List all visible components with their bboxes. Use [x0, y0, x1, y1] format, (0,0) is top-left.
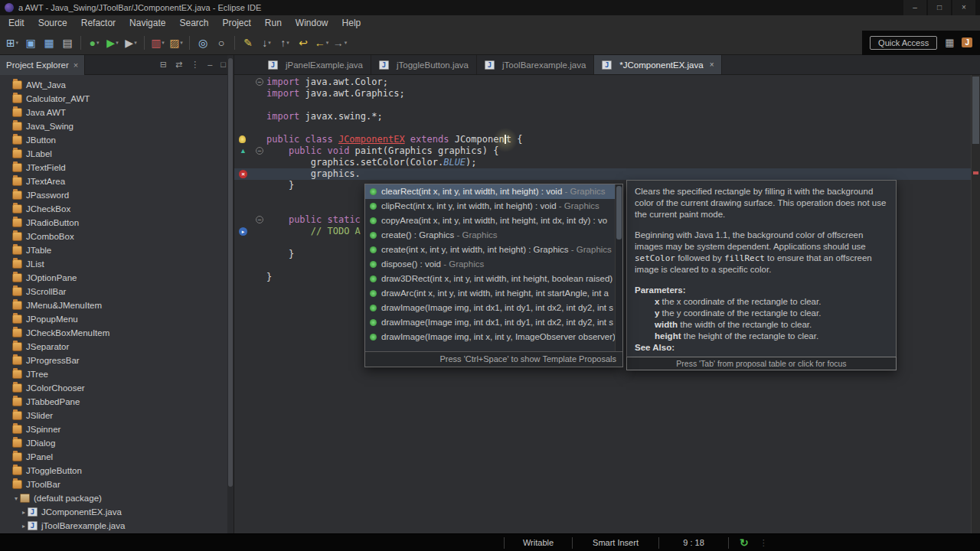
tree-item-jtree[interactable]: JTree	[0, 367, 234, 381]
scrollbar-thumb[interactable]	[228, 58, 233, 487]
tree-item-jdialog[interactable]: JDialog	[0, 436, 234, 450]
minimize-button[interactable]: –	[903, 0, 926, 15]
view-menu-icon[interactable]: ⋮	[191, 60, 199, 70]
tree-item-jspinner[interactable]: JSpinner	[0, 422, 234, 436]
tree-item-jcolorchooser[interactable]: JColorChooser	[0, 381, 234, 395]
tree-item-java-swing[interactable]: Java_Swing	[0, 119, 234, 133]
forward-icon[interactable]: →▾	[332, 34, 348, 52]
java-perspective-icon[interactable]: J	[962, 37, 972, 47]
back-icon[interactable]: ←▾	[313, 34, 330, 52]
mark-occurrences-icon[interactable]: ✎	[240, 34, 256, 52]
javadoc-footer[interactable]: Press 'Tab' from proposal table or click…	[626, 357, 897, 370]
tree-item-jradiobutton[interactable]: JRadioButton	[0, 216, 234, 230]
autocomplete-item[interactable]: dispose() : void - Graphics	[365, 257, 615, 272]
tree-item-jtogglebutton[interactable]: JToggleButton	[0, 464, 234, 478]
tree-item-jlist[interactable]: JList	[0, 257, 234, 271]
autocomplete-item[interactable]: drawImage(Image img, int dx1, int dy1, i…	[365, 301, 615, 315]
statusbar-overflow-icon[interactable]: ⋮	[760, 538, 768, 548]
tree-item-jmenu-jmenuitem[interactable]: JMenu&JMenuItem	[0, 298, 234, 312]
menu-item-search[interactable]: Search	[172, 15, 215, 31]
close-button[interactable]: ×	[952, 0, 975, 15]
quick-access-button[interactable]: Quick Access	[870, 36, 937, 50]
code-editor[interactable]: −import java.awt.Color;import java.awt.G…	[234, 75, 980, 533]
menu-item-help[interactable]: Help	[335, 15, 368, 31]
tree-item-jpanel[interactable]: JPanel	[0, 450, 234, 464]
chevron-icon[interactable]: ▸	[20, 523, 28, 530]
tree-item-jtextarea[interactable]: JTextArea	[0, 174, 234, 188]
tree-item-jprogressbar[interactable]: JProgressBar	[0, 354, 234, 367]
external-tools-icon[interactable]: ▶▾	[122, 34, 139, 52]
chevron-icon[interactable]: ▸	[20, 509, 28, 516]
menu-item-source[interactable]: Source	[31, 15, 74, 31]
collapse-all-icon[interactable]: ⊟	[160, 60, 167, 70]
tab-jpanelexample-java[interactable]: JjPanelExample.java	[260, 55, 371, 74]
code-line[interactable]: ▲− public void paint(Graphics graphics) …	[234, 145, 971, 157]
tree-item-jtoolbar[interactable]: JToolBar	[0, 478, 234, 491]
fold-minus-icon[interactable]: −	[256, 78, 263, 86]
code-line[interactable]: −import java.awt.Color;	[234, 77, 971, 88]
tree-item-awt-java[interactable]: AWt_Java	[0, 78, 234, 92]
tree-item-jcombobox[interactable]: JComboBox	[0, 230, 234, 243]
tree-item-jslider[interactable]: JSlider	[0, 409, 234, 422]
tab-jcomponentex-java[interactable]: J*JComponentEX.java×	[594, 55, 722, 74]
autocomplete-item[interactable]: draw3DRect(int x, int y, int width, int …	[365, 272, 615, 286]
run-icon[interactable]: ▶▾	[104, 34, 121, 52]
tree-item-jpopupmenu[interactable]: JPopupMenu	[0, 312, 234, 326]
explorer-scrollbar[interactable]	[227, 55, 234, 533]
maximize-icon[interactable]: □	[220, 60, 226, 70]
coverage-icon[interactable]: ▥▾	[149, 34, 166, 52]
open-perspective-icon[interactable]: ▦	[945, 37, 954, 48]
autocomplete-scrollbar[interactable]	[615, 184, 622, 351]
tab-project-explorer[interactable]: Project Explorer ×	[0, 55, 85, 75]
tree-item-jpassword[interactable]: JPassword	[0, 188, 234, 202]
last-edit-location-icon[interactable]: ↩	[295, 34, 312, 52]
tree-item-jtable[interactable]: JTable	[0, 243, 234, 257]
tree-item-java-awt[interactable]: Java AWT	[0, 106, 234, 119]
tree-item-jtoolbarexample-java[interactable]: ▸JjToolBarexample.java	[0, 519, 234, 533]
autocomplete-item[interactable]: create() : Graphics - Graphics	[365, 228, 615, 243]
tree-item-jlabel[interactable]: JLabel	[0, 147, 234, 161]
tree-item-jcomponentex-java[interactable]: ▸JJComponentEX.java	[0, 505, 234, 519]
tree-item-jcheckbox[interactable]: JCheckBox	[0, 202, 234, 216]
previous-annotation-icon[interactable]: ↑▾	[276, 34, 293, 52]
menu-item-refactor[interactable]: Refactor	[74, 15, 122, 31]
code-line[interactable]: public class JComponentEX extends JCompo…	[234, 134, 971, 145]
editor-scrollbar-thumb[interactable]	[972, 77, 979, 144]
fold-minus-icon[interactable]: −	[256, 147, 263, 155]
code-line[interactable]: import javax.swing.*;	[234, 111, 971, 122]
close-icon[interactable]: ×	[710, 60, 714, 69]
code-line[interactable]	[234, 99, 971, 111]
tab-jtoolbarexample-java[interactable]: JjToolBarexample.java	[477, 55, 594, 74]
tree-item-jtabbedpane[interactable]: JTabbedPane	[0, 395, 234, 409]
autocomplete-item[interactable]: drawArc(int x, int y, int width, int hei…	[365, 286, 615, 301]
scrollbar-thumb[interactable]	[616, 186, 622, 240]
menu-item-window[interactable]: Window	[289, 15, 335, 31]
autocomplete-item[interactable]: clearRect(int x, int y, int width, int h…	[365, 184, 615, 199]
menu-item-project[interactable]: Project	[215, 15, 257, 31]
tab-jtogglebutton-java[interactable]: JjToggleButton.java	[371, 55, 477, 74]
new-java-project-icon[interactable]: ▨▾	[168, 34, 185, 52]
chevron-icon[interactable]: ▾	[12, 495, 20, 502]
fold-minus-icon[interactable]: −	[256, 216, 263, 223]
overview-ruler[interactable]	[971, 75, 980, 533]
tree-item-joptionpane[interactable]: JOptionPane	[0, 271, 234, 285]
tree-item-jtextfield[interactable]: JTextField	[0, 161, 234, 174]
print-icon[interactable]: ▤	[59, 34, 76, 52]
next-annotation-icon[interactable]: ↓▾	[258, 34, 275, 52]
tree-item-jscrollbar[interactable]: JScrollBar	[0, 285, 234, 298]
save-all-icon[interactable]: ▦	[41, 34, 57, 52]
menu-item-navigate[interactable]: Navigate	[122, 15, 172, 31]
error-marker[interactable]	[973, 171, 978, 174]
autocomplete-item[interactable]: clipRect(int x, int y, int width, int he…	[365, 199, 615, 214]
close-icon[interactable]: ×	[74, 60, 78, 70]
refresh-icon[interactable]: ↻	[740, 536, 749, 549]
debug-icon[interactable]: ●▾	[86, 34, 103, 52]
autocomplete-item[interactable]: drawImage(Image img, int dx1, int dy1, i…	[365, 315, 615, 330]
save-icon[interactable]: ▣	[22, 34, 39, 52]
maximize-button[interactable]: □	[928, 0, 951, 15]
tree-item-calculator-awt[interactable]: Calculator_AWT	[0, 92, 234, 106]
new-wizard-icon[interactable]: ⊞▾	[4, 34, 21, 52]
code-line[interactable]	[234, 122, 971, 134]
tree-item-default-package[interactable]: ▾(default package)	[0, 491, 234, 505]
code-line[interactable]: × graphics.	[234, 168, 971, 180]
